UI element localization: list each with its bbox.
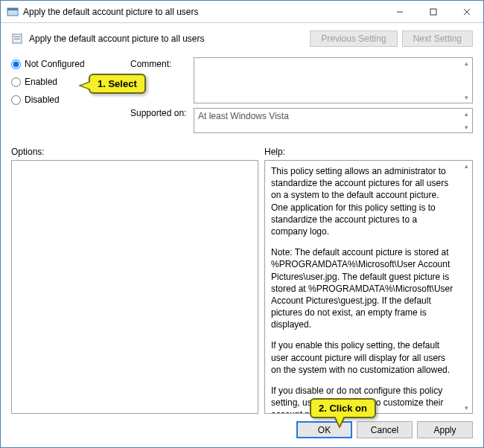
svg-rect-1 — [7, 8, 18, 10]
comment-field[interactable]: ▴ ▾ — [194, 57, 473, 103]
help-paragraph: This policy setting allows an administra… — [271, 165, 454, 237]
titlebar: Apply the default account picture to all… — [1, 1, 483, 23]
policy-title: Apply the default account picture to all… — [29, 33, 310, 44]
window-controls — [383, 1, 483, 22]
previous-setting-button[interactable]: Previous Setting — [310, 31, 397, 47]
supported-scrollbar[interactable]: ▴ ▾ — [460, 109, 472, 132]
window-title: Apply the default account picture to all… — [23, 7, 383, 17]
minimize-button[interactable] — [383, 1, 416, 22]
radio-not-configured-label: Not Configured — [25, 59, 85, 69]
next-setting-button[interactable]: Next Setting — [402, 31, 473, 47]
radio-not-configured[interactable]: Not Configured — [11, 59, 130, 69]
help-paragraph: Note: The default account picture is sto… — [271, 246, 454, 330]
radio-not-configured-input[interactable] — [11, 60, 21, 69]
options-label: Options: — [11, 147, 264, 157]
help-scrollbar[interactable]: ▴ ▾ — [460, 161, 472, 413]
radio-disabled[interactable]: Disabled — [11, 95, 130, 105]
radio-disabled-label: Disabled — [25, 95, 60, 105]
dialog-footer: OK Cancel Apply — [11, 414, 473, 438]
options-panel — [11, 160, 258, 414]
help-paragraph: If you enable this policy setting, the d… — [271, 339, 454, 376]
window-icon — [7, 6, 19, 18]
scroll-up-icon[interactable]: ▴ — [460, 60, 472, 67]
cancel-button[interactable]: Cancel — [357, 421, 413, 438]
scroll-up-icon[interactable]: ▴ — [460, 110, 472, 118]
help-text: This policy setting allows an administra… — [265, 161, 460, 413]
supported-on-label: Supported on: — [130, 108, 194, 118]
policy-icon — [11, 33, 23, 45]
supported-on-value: At least Windows Vista — [194, 109, 460, 132]
comment-value[interactable] — [194, 58, 460, 103]
scroll-down-icon[interactable]: ▾ — [460, 94, 472, 101]
scroll-down-icon[interactable]: ▾ — [460, 404, 472, 412]
header-row: Apply the default account picture to all… — [11, 31, 473, 47]
svg-rect-3 — [430, 9, 436, 15]
content-area: Apply the default account picture to all… — [1, 23, 483, 447]
svg-rect-8 — [14, 39, 20, 39]
supported-on-field: At least Windows Vista ▴ ▾ — [194, 108, 473, 133]
annotation-click-on: 2. Click on — [310, 398, 376, 418]
help-panel: This policy setting allows an administra… — [264, 160, 473, 414]
apply-button[interactable]: Apply — [417, 421, 473, 438]
scroll-up-icon[interactable]: ▴ — [460, 162, 472, 170]
comment-scrollbar[interactable]: ▴ ▾ — [460, 58, 472, 103]
scroll-down-icon[interactable]: ▾ — [460, 124, 472, 131]
radio-disabled-input[interactable] — [11, 95, 21, 105]
state-radio-group: Not Configured Enabled 1. Select Disable… — [11, 57, 130, 133]
maximize-button[interactable] — [416, 1, 450, 22]
radio-enabled-label: Enabled — [25, 77, 57, 87]
help-label: Help: — [264, 147, 285, 157]
close-button[interactable] — [450, 1, 483, 22]
annotation-select: 1. Select — [89, 74, 146, 94]
policy-editor-window: Apply the default account picture to all… — [0, 0, 484, 448]
svg-rect-7 — [14, 36, 20, 37]
radio-enabled-input[interactable] — [11, 77, 21, 87]
